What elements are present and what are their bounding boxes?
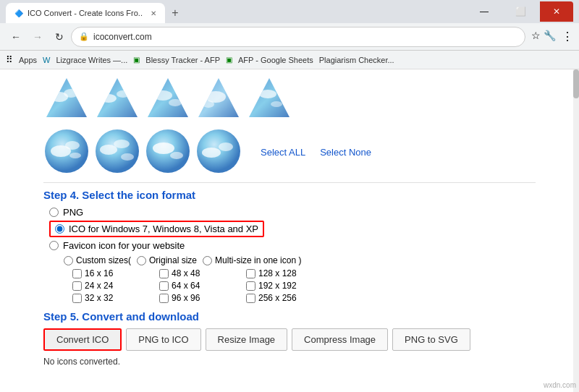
tab-label: ICO Convert - Create Icons Fro... (28, 9, 143, 17)
bookmark-blessy[interactable]: Blessy Tracker - AFP (145, 56, 220, 64)
favicon-option[interactable]: Favicon icon for your website (49, 240, 536, 251)
svg-point-10 (153, 90, 172, 101)
triangle-icon-2 (94, 75, 140, 122)
size-128[interactable]: 128 x 128 (246, 268, 326, 278)
select-all-link[interactable]: Select ALL (261, 147, 305, 158)
icon-item-tri2[interactable] (94, 75, 140, 124)
page-inner: Select ALL Select None Step 4. Select th… (0, 69, 579, 372)
step5-section: Step 5. Convert and download Convert ICO… (43, 310, 536, 367)
address-bar[interactable]: 🔒 (71, 27, 525, 47)
svg-point-37 (219, 142, 233, 151)
size-16[interactable]: 16 x 16 (72, 268, 152, 278)
convert-ico-button[interactable]: Convert ICO (43, 328, 122, 351)
png-option[interactable]: PNG (49, 207, 536, 218)
new-tab-button[interactable]: + (165, 3, 185, 23)
resize-image-button[interactable]: Resize Image (206, 328, 287, 351)
png-label[interactable]: PNG (63, 207, 83, 218)
png-to-ico-button[interactable]: PNG to ICO (126, 328, 200, 351)
tab-area: 🔷 ICO Convert - Create Icons Fro... ✕ + (6, 0, 462, 23)
size-192-checkbox[interactable] (246, 281, 255, 291)
minimize-button[interactable]: — (468, 1, 501, 22)
watermark: wxdn.com (544, 381, 576, 389)
size-256-checkbox[interactable] (246, 294, 255, 303)
size-16-checkbox[interactable] (72, 269, 82, 278)
menu-icon[interactable]: ⋮ (562, 30, 573, 43)
tab-close-icon[interactable]: ✕ (151, 9, 156, 17)
ico-radio[interactable] (55, 224, 64, 234)
apps-icon[interactable]: ⠿ (6, 54, 13, 65)
forward-button[interactable]: → (28, 27, 48, 47)
favicon-label[interactable]: Favicon icon for your website (63, 240, 185, 251)
triangle-icon-3 (145, 75, 191, 122)
custom-sizes-label: Custom sizes( (64, 255, 131, 265)
size-64-checkbox[interactable] (159, 281, 169, 291)
bookmark-lizgrace[interactable]: Lizgrace Writes —... (56, 56, 127, 64)
select-links-container: Select ALL Select None (261, 147, 371, 158)
size-48-checkbox[interactable] (159, 269, 169, 278)
select-none-link[interactable]: Select None (320, 147, 371, 158)
icon-item-circle2[interactable] (94, 128, 140, 176)
active-tab[interactable]: 🔷 ICO Convert - Create Icons Fro... ✕ (6, 3, 165, 23)
afp-icon: ▣ (226, 56, 232, 64)
circle-row: Select ALL Select None (43, 128, 536, 176)
multi-size-label: Multi-size in one icon ) (203, 255, 301, 265)
svg-point-23 (65, 141, 80, 150)
size-64[interactable]: 64 x 64 (159, 281, 239, 291)
ico-option[interactable]: ICO for Windows 7, Windows 8, Vista and … (49, 221, 536, 237)
refresh-button[interactable]: ↻ (49, 27, 69, 47)
png-radio[interactable] (49, 208, 59, 217)
custom-sizes-radio[interactable] (64, 256, 73, 265)
tab-favicon: 🔷 (14, 9, 23, 17)
svg-point-27 (100, 145, 117, 155)
size-256[interactable]: 256 x 256 (246, 293, 326, 303)
compress-image-button[interactable]: Compress Image (292, 328, 388, 351)
svg-point-6 (101, 94, 117, 103)
triangle-row (43, 75, 536, 124)
svg-point-3 (64, 89, 78, 98)
svg-point-36 (202, 148, 221, 158)
extension-icon[interactable]: 🔧 (544, 30, 556, 43)
nav-bar: ← → ↻ 🔒 ☆ 🔧 ⋮ (0, 23, 579, 51)
close-button[interactable]: ✕ (540, 1, 573, 22)
original-size-radio[interactable] (137, 256, 146, 265)
multi-size-radio[interactable] (203, 256, 212, 265)
bookmark-apps[interactable]: Apps (19, 56, 37, 64)
icon-item-tri5[interactable] (246, 75, 292, 124)
scrollbar-thumb[interactable] (573, 69, 579, 98)
favicon-radio[interactable] (49, 241, 59, 250)
icon-item-circle1[interactable] (43, 128, 90, 176)
browser-chrome: 🔷 ICO Convert - Create Icons Fro... ✕ + … (0, 0, 579, 69)
ico-label[interactable]: ICO for Windows 7, Windows 8, Vista and … (69, 223, 258, 234)
svg-point-33 (170, 152, 183, 159)
icon-item-tri4[interactable] (195, 75, 242, 124)
url-input[interactable] (93, 32, 517, 42)
svg-point-24 (69, 153, 81, 158)
size-32-checkbox[interactable] (72, 294, 82, 303)
bookmark-plagiarism[interactable]: Plagiarism Checker... (319, 56, 394, 64)
divider (43, 182, 536, 183)
no-icons-status: No icons converted. (43, 357, 536, 367)
back-button[interactable]: ← (6, 27, 26, 47)
size-192[interactable]: 192 x 192 (246, 281, 326, 291)
maximize-button[interactable]: ⬜ (504, 1, 537, 22)
bookmark-star-icon[interactable]: ☆ (531, 30, 541, 43)
size-128-checkbox[interactable] (246, 269, 255, 278)
size-grid: 16 x 16 48 x 48 128 x 128 24 x 24 64 x 6… (72, 268, 536, 303)
svg-point-28 (114, 140, 130, 148)
size-48[interactable]: 48 x 48 (159, 268, 239, 278)
size-24-checkbox[interactable] (72, 281, 82, 291)
icon-item-circle4[interactable] (195, 128, 242, 176)
png-to-svg-button[interactable]: PNG to SVG (392, 328, 470, 351)
size-32[interactable]: 32 x 32 (72, 293, 152, 303)
scrollbar-track[interactable] (573, 69, 579, 392)
icon-item-tri3[interactable] (145, 75, 191, 124)
size-24[interactable]: 24 x 24 (72, 281, 152, 291)
svg-point-32 (153, 142, 174, 154)
bookmark-afp[interactable]: AFP - Google Sheets (238, 56, 313, 64)
size-96-checkbox[interactable] (159, 294, 169, 303)
page-content: Select ALL Select None Step 4. Select th… (0, 69, 579, 392)
icon-item-circle3[interactable] (145, 128, 191, 176)
icon-item-tri1[interactable] (43, 75, 90, 124)
blessy-icon: ▣ (133, 56, 140, 64)
size-96[interactable]: 96 x 96 (159, 293, 239, 303)
